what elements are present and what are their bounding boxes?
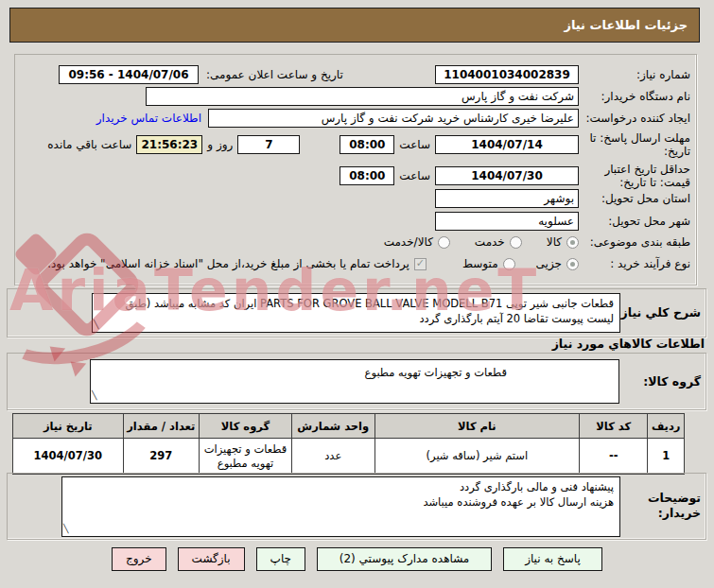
treasury-checkbox-option[interactable]: پرداخت تمام یا بخشی از مبلغ خرید،از محل … xyxy=(47,257,427,270)
row-city: شهر محل تحویل: عسلویه xyxy=(21,212,690,231)
col-need-date: تاریخ نیاز xyxy=(13,414,124,439)
radio-partial-icon[interactable] xyxy=(566,258,579,270)
reply-hour-label: ساعت xyxy=(399,138,430,151)
goods-table-header-row: ردیف کد کالا نام کالا واحد شمارش گروه کا… xyxy=(13,414,685,439)
need-description-label: شرح کلي نیاز: xyxy=(617,305,701,320)
radio-service[interactable]: خدمت xyxy=(475,235,522,249)
radio-service-label: خدمت xyxy=(475,235,505,249)
validity-hour-field[interactable]: 08:00 xyxy=(340,166,394,185)
resize-handle-icon: ╲ xyxy=(92,388,96,403)
col-quantity: تعداد / مقدار xyxy=(123,414,199,439)
buyer-notes-label: توضیحات خریدار: xyxy=(633,491,701,521)
city-label: شهر محل تحویل: xyxy=(579,215,690,228)
province-field[interactable]: بوشهر xyxy=(435,189,579,208)
buyer-org-field[interactable]: شرکت نفت و گاز پارس xyxy=(146,87,579,106)
cell-goods-name: استم شیر (ساقه شیر) xyxy=(374,439,580,475)
price-validity-label: حداقل تاریخ اعتبار قیمت: تا تاریخ: xyxy=(579,163,690,189)
respond-to-need-button[interactable]: پاسخ به نیاز xyxy=(503,547,602,571)
buyer-notes-line-2: هزینه ارسال کالا بر عهده فروشنده میباشد xyxy=(68,494,614,510)
goods-table: ردیف کد کالا نام کالا واحد شمارش گروه کا… xyxy=(12,413,685,475)
row-process-type: نوع فرآیند خرید : جزیی متوسط پرداخت تمام… xyxy=(21,257,690,270)
countdown-timer: 21:56:23 xyxy=(136,135,202,154)
row-price-validity: حداقل تاریخ اعتبار قیمت: تا تاریخ: 1404/… xyxy=(21,161,690,191)
row-buyer-org: نام دستگاه خریدار: شرکت نفت و گاز پارس xyxy=(21,87,690,106)
row-subject-class: طبقه بندی موضوعی: کالا خدمت کالا/خدمت xyxy=(21,235,690,249)
buyer-org-label: نام دستگاه خریدار: xyxy=(579,90,690,103)
view-attachments-button[interactable]: مشاهده مدارک پیوستي (2) xyxy=(317,547,492,571)
need-description-textarea[interactable]: قطعات جانبی شیر توپی PARTS FOR GROVE BAL… xyxy=(92,293,620,333)
need-number-label: شماره نیاز: xyxy=(579,68,690,81)
reply-deadline-label: مهلت ارسال پاسخ: تا تاریخ: xyxy=(579,131,690,158)
reply-hour-field[interactable]: 08:00 xyxy=(340,135,394,154)
goods-group-textarea[interactable]: قطعات و تجهیزات تهویه مطبوع ╲ xyxy=(90,359,619,404)
treasury-checkbox-icon[interactable] xyxy=(414,258,427,270)
radio-medium[interactable]: متوسط xyxy=(462,257,515,270)
action-buttons-row: پاسخ به نیاز مشاهده مدارک پیوستي (2) چاپ… xyxy=(0,547,714,571)
creator-label: ایجاد کننده درخواست: xyxy=(579,112,690,125)
exit-button[interactable]: خروج xyxy=(112,547,166,571)
announce-datetime-field[interactable]: 1404/07/06 - 09:56 xyxy=(59,65,199,84)
goods-group-label: گروه کالا: xyxy=(643,374,701,389)
radio-goods-service-label: کالا/خدمت xyxy=(384,235,433,249)
print-button[interactable]: چاپ xyxy=(256,547,305,571)
process-type-label: نوع فرآیند خرید : xyxy=(579,257,690,270)
cell-need-date: 1404/07/30 xyxy=(13,439,124,475)
goods-section-title: اطلاعات کالاهاي مورد نیاز xyxy=(552,337,705,351)
radio-goods-service-icon[interactable] xyxy=(438,236,450,249)
col-goods-name: نام کالا xyxy=(374,414,580,439)
cell-goods-group: قطعات و تجهیزات تهویه مطبوع xyxy=(200,439,292,475)
back-button[interactable]: بازگشت xyxy=(178,547,245,571)
buyer-contact-link[interactable]: اطلاعات تماس خریدار xyxy=(96,112,201,125)
buyer-notes-textarea[interactable]: پیشنهاد فنی و مالی بارگذاری گردد هزینه ا… xyxy=(61,476,620,537)
goods-group-groupbox: گروه کالا: قطعات و تجهیزات تهویه مطبوع ╲ xyxy=(7,353,706,410)
resize-handle-icon: ╲ xyxy=(94,317,98,332)
province-label: استان محل تحویل: xyxy=(579,192,690,205)
hours-remaining-label: ساعت باقي مانده xyxy=(47,138,131,151)
remaining-days-field[interactable]: 7 xyxy=(237,135,300,154)
radio-partial[interactable]: جزیی xyxy=(536,257,579,270)
need-number-field[interactable]: 1104001034002839 xyxy=(435,65,579,84)
table-row[interactable]: 1 -- استم شیر (ساقه شیر) عدد قطعات و تجه… xyxy=(13,439,685,475)
need-info-groupbox: شماره نیاز: 1104001034002839 تاریخ و ساع… xyxy=(14,54,697,285)
row-creator: ایجاد کننده درخواست: علیرضا خیری کارشناس… xyxy=(21,109,690,128)
resize-handle-icon: ╲ xyxy=(63,521,68,536)
need-description-groupbox: شرح کلي نیاز: قطعات جانبی شیر توپی PARTS… xyxy=(7,288,706,337)
cell-goods-code: -- xyxy=(580,439,648,475)
price-validity-date-field[interactable]: 1404/07/30 xyxy=(435,166,579,185)
radio-goods-label: کالا xyxy=(547,235,562,249)
row-province: استان محل تحویل: بوشهر xyxy=(21,189,690,208)
days-and-label: روز و xyxy=(207,138,233,151)
cell-quantity: 297 xyxy=(123,439,199,475)
city-field[interactable]: عسلویه xyxy=(435,212,579,231)
radio-goods-icon[interactable] xyxy=(566,236,579,249)
page-title: جزئیات اطلاعات نیاز xyxy=(9,8,700,43)
radio-medium-icon[interactable] xyxy=(503,258,515,270)
subject-class-label: طبقه بندی موضوعی: xyxy=(579,235,690,249)
radio-medium-label: متوسط xyxy=(462,257,498,270)
announce-datetime-label: تاریخ و ساعت اعلان عمومی: xyxy=(206,68,343,81)
radio-goods[interactable]: کالا xyxy=(547,235,579,249)
radio-service-icon[interactable] xyxy=(510,236,522,249)
treasury-note-label: پرداخت تمام یا بخشی از مبلغ خرید،از محل … xyxy=(47,257,409,270)
reply-deadline-date-field[interactable]: 1404/07/14 xyxy=(435,135,579,154)
goods-group-text: قطعات و تجهیزات تهویه مطبوع xyxy=(365,366,507,379)
buyer-notes-line-1: پیشنهاد فنی و مالی بارگذاری گردد xyxy=(68,479,614,494)
need-details-page: جزئیات اطلاعات نیاز شماره نیاز: 11040010… xyxy=(0,0,714,588)
row-reply-deadline: مهلت ارسال پاسخ: تا تاریخ: 1404/07/14 سا… xyxy=(21,130,690,160)
col-goods-group: گروه کالا xyxy=(200,414,292,439)
validity-hour-label: ساعت xyxy=(399,169,430,182)
row-need-number: شماره نیاز: 1104001034002839 تاریخ و ساع… xyxy=(21,65,690,84)
need-description-text: قطعات جانبی شیر توپی PARTS FOR GROVE BAL… xyxy=(126,297,614,325)
cell-row-number: 1 xyxy=(648,439,685,475)
col-goods-code: کد کالا xyxy=(580,414,648,439)
cell-unit: عدد xyxy=(291,439,374,475)
col-unit: واحد شمارش xyxy=(291,414,374,439)
creator-field[interactable]: علیرضا خیری کارشناس خرید شرکت نفت و گاز … xyxy=(208,109,579,128)
radio-partial-label: جزیی xyxy=(536,257,562,270)
col-row-number: ردیف xyxy=(648,414,685,439)
buyer-notes-groupbox: توضیحات خریدار: پیشنهاد فنی و مالی بارگذ… xyxy=(7,473,706,540)
radio-goods-service[interactable]: کالا/خدمت xyxy=(384,235,450,249)
